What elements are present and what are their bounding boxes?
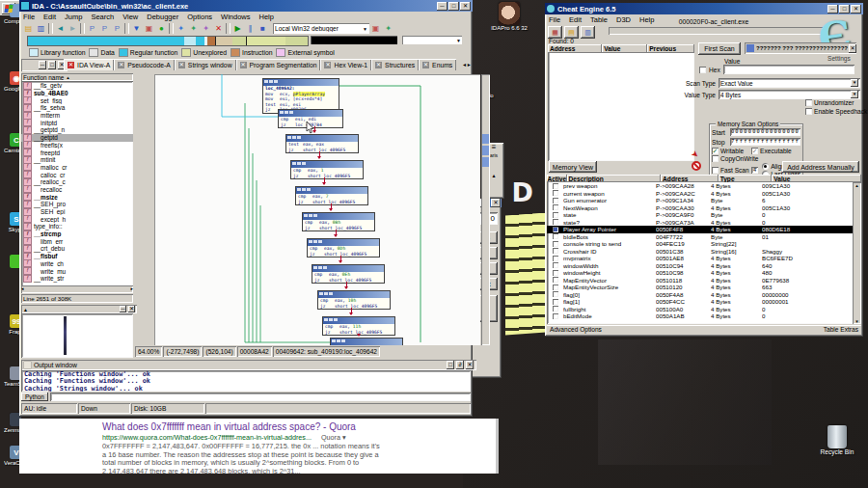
tab-close-icon[interactable]: ✕ [422, 62, 429, 68]
active-checkbox[interactable] [553, 219, 558, 225]
output-titlebar[interactable]: Output window □ ∂ ✕ [21, 360, 476, 370]
desktop-icon[interactable]: S Skype [2, 212, 21, 232]
tab-close-icon[interactable]: ✕ [240, 62, 247, 68]
menu-item[interactable]: Debugger [147, 13, 178, 21]
graph-basic-block[interactable]: testeax, eaxjzshort loc_4096F5 [285, 134, 359, 153]
settings-link[interactable]: Settings [827, 55, 851, 62]
ida-titlebar[interactable]: IDA - C:\AssaultCube\bin_win32\ac_client… [19, 0, 473, 12]
functions-list[interactable]: f __fls_getv f sub_4BAE0 f __set_flsg f … [21, 81, 133, 286]
close-icon[interactable]: ✕ [128, 306, 135, 312]
copyonwrite-checkbox[interactable] [712, 155, 719, 162]
function-row[interactable]: f type_info:: [21, 223, 133, 230]
address-row[interactable]: fullbright 005100A0 4 Bytes 0 [547, 306, 861, 313]
overview-titlebar[interactable]: ▲ ─ ✕ [21, 305, 137, 313]
active-checkbox[interactable] [553, 183, 558, 189]
view-tab[interactable]: ✕ Pseudocode-A [114, 59, 175, 70]
menu-item[interactable]: Help [259, 13, 274, 21]
desktop-icon[interactable]: 99 Fraps [2, 314, 21, 335]
address-row[interactable]: bEditMode 0050A1AB 4 Bytes 0 [547, 312, 861, 320]
active-checkbox[interactable] [553, 241, 558, 247]
function-row[interactable]: f __getptd_n [21, 126, 133, 134]
view-tab[interactable]: ✕ Strings window [175, 59, 236, 70]
menu-item[interactable]: Windows [221, 13, 250, 21]
active-checkbox[interactable] [553, 198, 558, 203]
graph-canvas[interactable]: loc_4096A2:movecx, pPlayerArraymovesi, [… [154, 74, 480, 345]
minimize-icon[interactable]: ─ [120, 306, 126, 312]
toolbar-icon[interactable]: ◄ [55, 23, 66, 34]
function-row[interactable]: f __recalloc [21, 186, 133, 194]
output-log[interactable]: Caching 'Functions window'... okCaching … [21, 370, 471, 392]
function-row[interactable]: f __except_h [21, 215, 133, 223]
function-row[interactable]: f __freeptd [21, 149, 133, 156]
table-scrollbar[interactable]: ▴ ▾ [853, 182, 861, 324]
ce-titlebar[interactable]: Cheat Engine 6.5 ─ □ ✕ [545, 3, 863, 14]
speedhack-checkbox[interactable] [805, 108, 812, 115]
functions-header[interactable]: Function name ▴ [21, 73, 133, 81]
address-row[interactable]: MapEntityVectorSize 00510120 4 Bytes 663 [547, 284, 861, 291]
start-input[interactable]: 0000000000000000 [730, 128, 800, 136]
function-row[interactable]: f __write_ch [21, 260, 133, 268]
address-row[interactable]: windowHeight 00510C98 4 Bytes 480 [547, 269, 861, 277]
toolbar-icon[interactable]: ● [156, 23, 167, 34]
toolbar-icon[interactable] [80, 23, 85, 34]
tab-close-icon[interactable]: ✕ [68, 62, 74, 68]
toolbar-icon[interactable]: ✦ [201, 23, 211, 34]
ida-window[interactable]: IDA - C:\AssaultCube\bin_win32\ac_client… [19, 0, 473, 417]
toolbar-icon[interactable]: ✦ [176, 23, 186, 34]
first-scan-button[interactable]: First Scan [698, 42, 741, 55]
address-row[interactable]: Player Array Pointer 0050F4F8 4 Bytes 08… [547, 226, 861, 233]
maximize-icon[interactable]: □ [48, 61, 56, 69]
address-row[interactable]: flag[0] 0050F4A8 4 Bytes 00000000 [547, 291, 861, 299]
close-icon[interactable]: ✕ [460, 2, 471, 11]
attach-icon[interactable]: ▣ [370, 23, 381, 34]
col-previous[interactable]: Previous [647, 44, 694, 53]
result-source[interactable]: Quora ▾ [321, 433, 346, 442]
active-checkbox[interactable] [553, 233, 558, 239]
toolbar-icon[interactable]: P [112, 23, 122, 34]
toolbar-icon[interactable]: ✕ [213, 23, 224, 34]
graph-basic-block[interactable]: cmpeax, 7jzshort loc_4096F5 [295, 186, 368, 205]
col-value[interactable]: Value [602, 44, 647, 53]
menu-item[interactable]: Edit [43, 13, 56, 21]
desktop-icon[interactable]: TeamSpeak Client [2, 366, 21, 387]
toolbar-icon[interactable]: ▥ [36, 23, 46, 34]
active-checkbox[interactable] [553, 248, 558, 254]
menu-item[interactable]: File [23, 13, 35, 21]
tab-close-icon[interactable]: ✕ [375, 62, 382, 68]
address-table[interactable]: Active Description Address Type Value pr… [547, 175, 861, 324]
address-row[interactable]: state P->009CA9F0 Byte 0 [547, 211, 861, 219]
col-value[interactable]: Value [772, 175, 861, 182]
table-extras-link[interactable]: Table Extras [824, 326, 858, 334]
desktop-icon[interactable] [2, 255, 21, 269]
toolbar-icon[interactable]: ∥ [245, 23, 256, 34]
function-row[interactable]: f __mtinit [21, 156, 133, 164]
fast-scan-input[interactable]: 4 [751, 167, 759, 174]
function-row[interactable]: f __fls_getv [21, 82, 133, 90]
menu-item[interactable]: Edit [569, 15, 582, 24]
col-type[interactable]: Type [719, 175, 773, 182]
desktop-icon-idapro[interactable]: IDAPro 6.6 32 [482, 2, 536, 31]
active-checkbox[interactable] [553, 212, 558, 218]
view-tab[interactable]: ✕ IDA View-A [64, 59, 114, 70]
function-row[interactable]: f __initptd [21, 119, 133, 126]
toolbar-icon[interactable]: ■ [258, 23, 268, 34]
view-tab[interactable]: ✕ Hex View-1 [320, 59, 371, 70]
menu-item[interactable]: Options [187, 13, 212, 21]
toolbar-icon[interactable] [124, 23, 129, 34]
graph-basic-block[interactable]: cmpeax, 1jzshort loc_4096F5 [290, 160, 364, 179]
function-row[interactable]: f __malloc_cr [21, 164, 133, 172]
debugger-select[interactable]: Local Win32 debugger ▼ [273, 23, 369, 34]
navigation-band[interactable] [27, 36, 309, 46]
toolbar-icon[interactable]: P [87, 23, 97, 34]
view-tab[interactable]: ✕ Enums [419, 59, 456, 70]
graph-overview[interactable] [21, 313, 133, 358]
tab-close-icon[interactable]: ✕ [324, 62, 331, 68]
address-row[interactable]: console string to send 004FEC19 String[2… [547, 240, 861, 248]
snapshot-icon[interactable]: ✦ [383, 23, 393, 34]
scan-value-bar[interactable]: ??????? ??? ?????????????????? ✕ [745, 42, 856, 54]
function-row[interactable]: f sub_4BAE0 [21, 90, 133, 97]
function-row[interactable]: f __crt_debu [21, 245, 133, 253]
graph-basic-block[interactable]: cmpeax, 0Ehjzshort loc_4096F5 [312, 264, 385, 284]
advanced-options-link[interactable]: Advanced Options [550, 326, 602, 334]
unrandomizer-checkbox[interactable] [805, 99, 812, 106]
